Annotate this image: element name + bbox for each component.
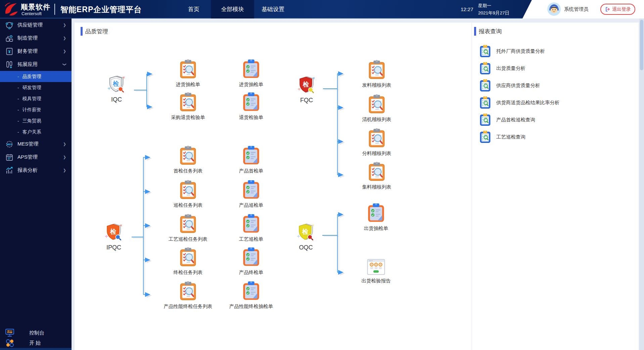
avatar-icon xyxy=(547,2,561,16)
flow-node-final-inspection-task-list[interactable]: 终检任务列表 xyxy=(159,247,217,276)
title-accent-bar xyxy=(474,27,476,36)
sidebar-subitem-triangle-trade[interactable]: 三角贸易 xyxy=(0,115,72,126)
sidebar-item-label: 拓展应用 xyxy=(17,61,38,68)
scrollbar-thumb[interactable] xyxy=(640,20,643,70)
flowchart-title-text: 品质管理 xyxy=(85,28,108,35)
sidebar-subitem-rnd[interactable]: 研发管理 xyxy=(0,82,72,93)
sidebar-item-finance[interactable]: 财务管理 ❯ xyxy=(0,45,72,58)
nav-tab-all-modules[interactable]: 全部模块 xyxy=(211,0,254,18)
console-icon xyxy=(5,328,14,337)
report-item-outsourced-supplier-quality[interactable]: 托外厂商供货质量分析 xyxy=(479,45,545,57)
report-query-icon xyxy=(479,62,491,75)
flow-node-incoming-sampling-task[interactable]: 进货抽检单 xyxy=(159,59,217,88)
fqc-shield-icon xyxy=(297,75,316,94)
chevron-right-icon: ❯ xyxy=(63,49,66,53)
report-panel-title-text: 报表查询 xyxy=(479,28,502,35)
report-panel-title: 报表查询 xyxy=(474,27,502,36)
console-button[interactable]: 控制台 xyxy=(0,328,72,338)
report-item-supplier-quality[interactable]: 供应商供货质量分析 xyxy=(479,79,540,92)
vertical-scrollbar[interactable] xyxy=(639,18,644,350)
chevron-right-icon: ❯ xyxy=(63,155,66,159)
inspection-clipboard-icon xyxy=(179,180,197,199)
mes-icon xyxy=(5,140,13,148)
sidebar-item-extended-apps[interactable]: 拓展应用 ❯ xyxy=(0,58,72,71)
flow-node-product-final-inspection-form[interactable]: 产品终检单 xyxy=(223,247,280,276)
inspection-clipboard-icon xyxy=(179,146,197,165)
user-avatar[interactable] xyxy=(547,2,561,16)
nav-tab-home[interactable]: 首页 xyxy=(178,0,210,18)
qc-node-fqc: FQC xyxy=(288,75,325,104)
flow-node-issue-audit-list[interactable]: 发料稽核列表 xyxy=(348,60,405,88)
start-button[interactable]: 开 始 xyxy=(0,338,72,348)
sidebar-subitem-mold[interactable]: 模具管理 xyxy=(0,93,72,104)
report-item-supplier-delivery-ratio[interactable]: 供货商送货品检结果比率分析 xyxy=(479,96,560,109)
flow-node-return-inspection-form[interactable]: 退货检验单 xyxy=(223,92,280,121)
qc-node-label: FQC xyxy=(288,97,325,104)
report-item-process-patrol-query[interactable]: 工艺巡检查询 xyxy=(479,130,525,143)
flow-node-first-inspection-task-list[interactable]: 首检任务列表 xyxy=(159,146,217,174)
inspection-clipboard-icon xyxy=(179,214,197,233)
logout-icon xyxy=(605,6,610,12)
flow-node-performance-final-sampling-form[interactable]: 产品性能终检抽检单 xyxy=(223,281,280,310)
top-header-bar: 顺景软件 Centersoft 智能ERP企业管理平台 首页 全部模块 基础设置… xyxy=(0,0,644,18)
sidebar-item-report-analysis[interactable]: 报表分析 ❯ xyxy=(0,164,72,177)
flow-node-process-patrol-inspection-form[interactable]: 工艺巡检单 xyxy=(223,214,280,242)
flow-node-machine-clean-audit-list[interactable]: 清机稽核列表 xyxy=(348,94,405,123)
weekday-label: 星期一 xyxy=(478,3,491,9)
logout-button[interactable]: 退出登录 xyxy=(600,4,635,15)
inspection-clipboard-icon xyxy=(179,281,197,301)
sidebar-item-aps[interactable]: APS管理 ❯ xyxy=(0,151,72,164)
sidebar-item-label: 财务管理 xyxy=(17,48,38,54)
sidebar-item-label: 报表分析 xyxy=(17,167,38,173)
extended-apps-icon xyxy=(5,61,13,69)
flow-node-material-split-audit-list[interactable]: 分料稽核列表 xyxy=(348,128,405,157)
inspection-clipboard-icon xyxy=(368,128,385,148)
erp-quality-management-screen: 顺景软件 Centersoft 智能ERP企业管理平台 首页 全部模块 基础设置… xyxy=(0,0,644,350)
flow-node-performance-final-task-list[interactable]: 产品性能终检任务列表 xyxy=(159,281,217,310)
chevron-right-icon: ❯ xyxy=(63,23,66,27)
date-label: 2021年9月27日 xyxy=(478,10,509,16)
report-item-first-patrol-query[interactable]: 产品首检巡检查询 xyxy=(479,113,535,126)
report-query-icon xyxy=(479,113,491,126)
flow-node-purchase-return-inspection-task[interactable]: 采购退货检验单 xyxy=(159,92,217,121)
start-label: 开 始 xyxy=(29,340,41,346)
flow-node-product-first-inspection-form[interactable]: 产品首检单 xyxy=(223,146,280,174)
console-label: 控制台 xyxy=(29,330,44,336)
iqc-shield-icon xyxy=(107,75,126,93)
logout-label: 退出登录 xyxy=(612,6,631,12)
user-name: 系统管理员 xyxy=(564,0,589,18)
report-query-icon xyxy=(479,130,491,143)
start-icon xyxy=(5,339,14,347)
chevron-right-icon: ❯ xyxy=(63,142,66,146)
report-query-icon xyxy=(479,79,491,92)
sidebar-item-mes[interactable]: MES管理 ❯ xyxy=(0,138,72,151)
flowchart-title: 品质管理 xyxy=(81,27,108,36)
flow-node-product-patrol-inspection-form[interactable]: 产品巡检单 xyxy=(223,180,280,208)
flow-node-material-collect-audit-list[interactable]: 集料稽核列表 xyxy=(348,162,405,190)
report-item-shipment-quality[interactable]: 出货质量分析 xyxy=(479,62,525,75)
report-analysis-icon xyxy=(5,166,13,174)
qc-node-ipqc: IPQC xyxy=(95,223,132,251)
report-query-icon xyxy=(479,45,491,57)
nav-tab-basic-settings[interactable]: 基础设置 xyxy=(256,0,290,18)
inspection-clipboard-icon xyxy=(179,92,197,112)
flow-node-patrol-inspection-task-list[interactable]: 巡检任务列表 xyxy=(159,180,217,208)
form-clipboard-icon xyxy=(242,214,260,233)
flow-node-shipment-sampling-form[interactable]: 出货抽检单 xyxy=(348,203,405,232)
sidebar-item-supply-chain[interactable]: 供应链管理 ❯ xyxy=(0,18,72,32)
sidebar-footer: 控制台 开 始 xyxy=(0,328,72,348)
sidebar-subitem-crm[interactable]: 客户关系 xyxy=(0,126,72,138)
sidebar-subitem-piecework[interactable]: 计件薪资 xyxy=(0,104,72,115)
sidebar-item-label: APS管理 xyxy=(17,154,38,160)
flow-node-process-patrol-task-list[interactable]: 工艺巡检任务列表 xyxy=(159,214,217,242)
form-clipboard-icon xyxy=(242,247,260,267)
form-clipboard-icon xyxy=(242,281,260,301)
supply-chain-icon xyxy=(5,21,13,29)
sidebar-item-label: 制造管理 xyxy=(17,35,38,41)
flow-node-incoming-sampling-form[interactable]: 进货抽检单 xyxy=(223,59,280,88)
sidebar-subitem-quality[interactable]: 品质管理 xyxy=(0,71,72,82)
inspection-clipboard-icon xyxy=(179,247,197,267)
chevron-right-icon: ❯ xyxy=(63,168,66,172)
sidebar-item-manufacturing[interactable]: 制造管理 ❯ xyxy=(0,32,72,45)
flow-node-shipment-inspection-report[interactable]: 出货检验报告 xyxy=(348,259,405,284)
